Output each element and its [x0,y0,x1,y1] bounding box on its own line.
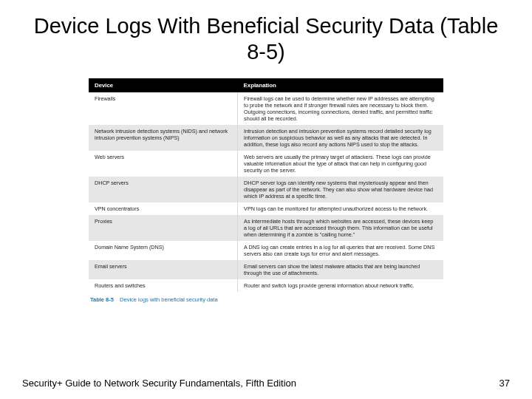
cell-device: Firewalls [89,92,238,125]
caption-text: Device logs with beneficial security dat… [120,296,218,303]
caption-label: Table 8-5 [90,296,114,303]
cell-explanation: Router and switch logs provide general i… [238,279,443,292]
table-caption: Table 8-5 Device logs with beneficial se… [89,292,443,303]
page-number: 37 [499,378,510,389]
cell-device: Web servers [89,151,238,177]
table-header-device: Device [89,78,238,93]
table-row: Web servers Web servers are usually the … [89,151,443,177]
cell-explanation: A DNS log can create entries in a log fo… [238,241,443,260]
table-row: Network intrusion detection systems (NID… [89,125,443,151]
cell-device: Email servers [89,260,238,279]
table-header-explanation: Explanation [238,78,443,93]
table-row: VPN concentrators VPN logs can be monito… [89,202,443,215]
slide-footer: Security+ Guide to Network Security Fund… [22,378,510,389]
footer-text-left: Security+ Guide to Network Security Fund… [22,378,296,389]
table-container: Device Explanation Firewalls Firewall lo… [89,78,443,304]
cell-explanation: Intrusion detection and intrusion preven… [238,125,443,151]
cell-explanation: Email servers can show the latest malwar… [238,260,443,279]
slide-title: Device Logs With Beneficial Security Dat… [0,0,532,72]
table-row: Domain Name System (DNS) A DNS log can c… [89,241,443,260]
table-row: Proxies As intermediate hosts through wh… [89,215,443,241]
cell-device: Network intrusion detection systems (NID… [89,125,238,151]
cell-device: Routers and switches [89,279,238,292]
device-logs-table: Device Explanation Firewalls Firewall lo… [89,78,443,293]
table-row: Routers and switches Router and switch l… [89,279,443,292]
cell-device: Domain Name System (DNS) [89,241,238,260]
cell-device: DHCP servers [89,177,238,202]
cell-explanation: VPN logs can be monitored for attempted … [238,202,443,215]
cell-explanation: Firewall logs can be used to determine w… [238,92,443,125]
cell-explanation: Web servers are usually the primary targ… [238,151,443,177]
cell-explanation: DHCP server logs can identify new system… [238,177,443,202]
cell-device: Proxies [89,215,238,241]
table-row: Email servers Email servers can show the… [89,260,443,279]
cell-explanation: As intermediate hosts through which webs… [238,215,443,241]
table-row: DHCP servers DHCP server logs can identi… [89,177,443,202]
table-row: Firewalls Firewall logs can be used to d… [89,92,443,125]
cell-device: VPN concentrators [89,202,238,215]
